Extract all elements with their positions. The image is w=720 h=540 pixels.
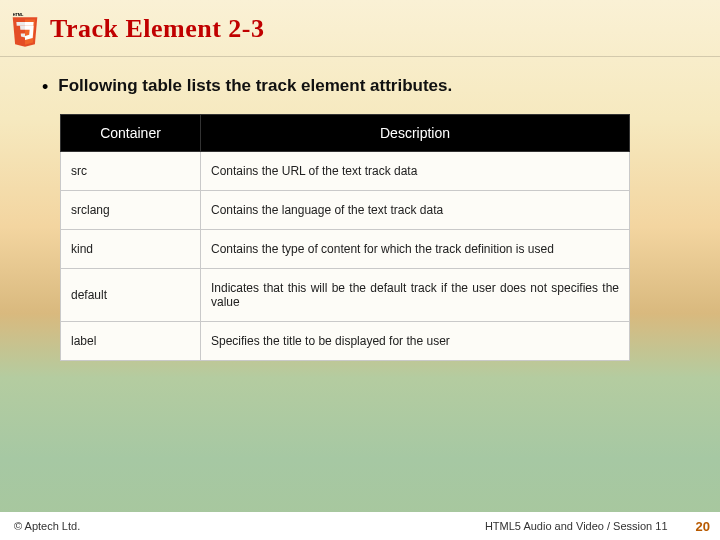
attributes-table: Container Description src Contains the U… xyxy=(60,114,630,361)
slide: HTML Track Element 2-3 • Following table… xyxy=(0,0,720,540)
attr-name: label xyxy=(61,322,201,361)
attr-desc: Indicates that this will be the default … xyxy=(201,269,630,322)
attr-desc: Contains the language of the text track … xyxy=(201,191,630,230)
svg-text:HTML: HTML xyxy=(13,13,24,17)
slide-body: • Following table lists the track elemen… xyxy=(42,76,690,361)
html5-logo-icon: HTML xyxy=(8,10,42,48)
bullet-icon: • xyxy=(42,78,48,96)
table-header-description: Description xyxy=(201,115,630,152)
footer-page-number: 20 xyxy=(696,519,710,534)
slide-header: HTML Track Element 2-3 xyxy=(0,0,720,57)
footer-session: HTML5 Audio and Video / Session 11 xyxy=(485,520,668,532)
table-header-container: Container xyxy=(61,115,201,152)
slide-footer: © Aptech Ltd. HTML5 Audio and Video / Se… xyxy=(0,512,720,540)
attr-name: src xyxy=(61,152,201,191)
attr-name: srclang xyxy=(61,191,201,230)
attr-desc: Contains the type of content for which t… xyxy=(201,230,630,269)
lead-row: • Following table lists the track elemen… xyxy=(42,76,690,96)
table-row: kind Contains the type of content for wh… xyxy=(61,230,630,269)
table-row: src Contains the URL of the text track d… xyxy=(61,152,630,191)
lead-text: Following table lists the track element … xyxy=(58,76,452,96)
slide-title: Track Element 2-3 xyxy=(50,14,265,44)
attr-name: default xyxy=(61,269,201,322)
footer-copyright: © Aptech Ltd. xyxy=(14,520,80,532)
table-row: srclang Contains the language of the tex… xyxy=(61,191,630,230)
table-row: default Indicates that this will be the … xyxy=(61,269,630,322)
attr-desc: Contains the URL of the text track data xyxy=(201,152,630,191)
table-header-row: Container Description xyxy=(61,115,630,152)
attr-name: kind xyxy=(61,230,201,269)
table-row: label Specifies the title to be displaye… xyxy=(61,322,630,361)
attr-desc: Specifies the title to be displayed for … xyxy=(201,322,630,361)
